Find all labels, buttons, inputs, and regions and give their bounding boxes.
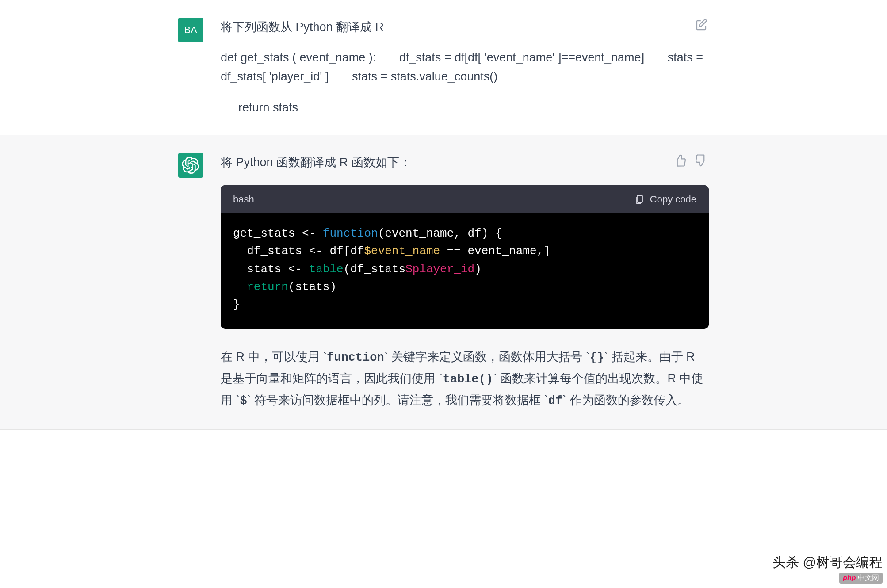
code-block: bash Copy code get_stats <- function(eve… xyxy=(221,185,709,329)
thumbs-up-icon[interactable] xyxy=(673,153,688,168)
user-avatar: BA xyxy=(178,18,203,42)
edit-icon[interactable] xyxy=(694,18,709,33)
svg-rect-0 xyxy=(637,195,642,202)
assistant-message: 将 Python 函数翻译成 R 函数如下： bash Copy code ge… xyxy=(178,153,709,412)
assistant-content: 将 Python 函数翻译成 R 函数如下： bash Copy code ge… xyxy=(221,153,709,412)
assistant-explanation: 在 R 中，可以使用 `function` 关键字来定义函数，函数体用大括号 `… xyxy=(221,347,709,412)
user-message-row: BA 将下列函数从 Python 翻译成 R def get_stats ( e… xyxy=(0,0,887,135)
clipboard-icon xyxy=(634,193,645,206)
user-prompt-code: def get_stats ( event_name ): df_stats =… xyxy=(221,48,709,86)
assistant-message-row: 将 Python 函数翻译成 R 函数如下： bash Copy code ge… xyxy=(0,135,887,430)
thumbs-down-icon[interactable] xyxy=(694,153,709,168)
user-prompt-title: 将下列函数从 Python 翻译成 R xyxy=(221,18,709,37)
copy-code-button[interactable]: Copy code xyxy=(634,191,696,207)
copy-code-label: Copy code xyxy=(650,191,696,207)
assistant-intro: 将 Python 函数翻译成 R 函数如下： xyxy=(221,153,709,172)
assistant-avatar xyxy=(178,153,203,178)
code-header: bash Copy code xyxy=(221,185,709,213)
assistant-actions xyxy=(673,153,709,168)
code-content: get_stats <- function(event_name, df) { … xyxy=(221,213,709,328)
code-language-label: bash xyxy=(233,191,254,207)
user-message: BA 将下列函数从 Python 翻译成 R def get_stats ( e… xyxy=(178,18,709,117)
user-content: 将下列函数从 Python 翻译成 R def get_stats ( even… xyxy=(221,18,709,117)
user-prompt-return: return stats xyxy=(221,98,709,117)
user-actions xyxy=(694,18,709,33)
openai-logo-icon xyxy=(182,157,199,174)
user-avatar-initials: BA xyxy=(184,24,197,36)
